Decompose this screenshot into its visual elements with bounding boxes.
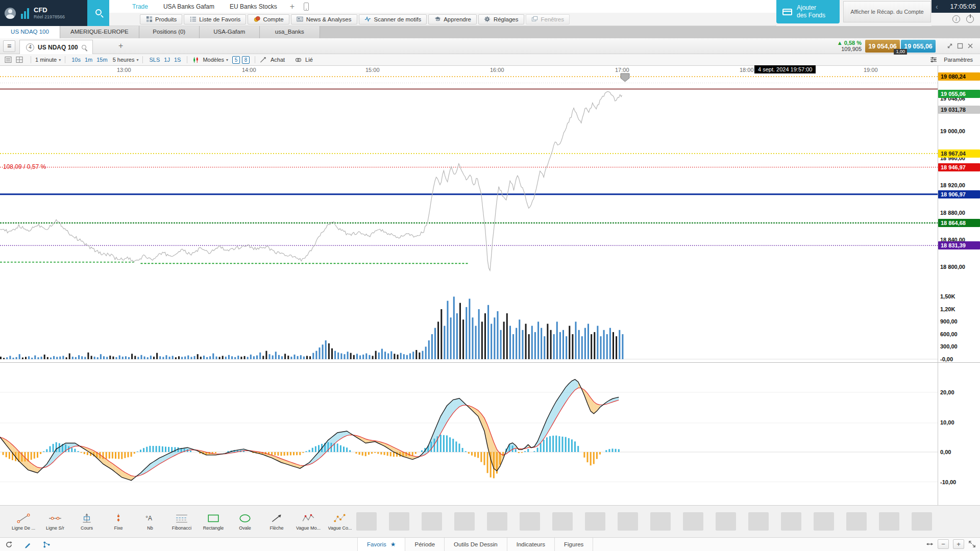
price-level-tag[interactable]: 18 864,68	[938, 219, 980, 227]
search-button[interactable]	[87, 0, 109, 26]
windows-icon	[531, 16, 538, 23]
bottom-tab-favoris[interactable]: Favoris★	[357, 538, 405, 551]
price-level-tag[interactable]: 18 967,04	[938, 149, 980, 158]
volume-bar	[337, 353, 339, 359]
tf-1j[interactable]: 1J	[164, 57, 170, 63]
branch-icon[interactable]	[43, 541, 51, 548]
maximize-icon[interactable]	[957, 43, 964, 49]
chart-symbol-tab[interactable]: 4 US NDAQ 100	[19, 40, 93, 54]
top-tab-trade[interactable]: Trade	[125, 3, 156, 10]
tool-fl-che[interactable]: Flèche	[264, 513, 289, 531]
info-icon[interactable]: i	[952, 15, 960, 23]
tool-vague-co[interactable]: Vague Co...	[328, 513, 352, 531]
page-tab-usa-gafam[interactable]: USA-Gafam	[200, 26, 260, 38]
tool-fixe[interactable]: Fixe	[106, 513, 131, 531]
volume-bar	[13, 358, 14, 359]
pencil-icon[interactable]	[24, 541, 32, 548]
power-icon[interactable]	[966, 15, 974, 23]
volume-bar	[325, 340, 327, 359]
volume-bar	[469, 299, 470, 360]
models-dropdown[interactable]: Modèles▾	[203, 57, 228, 63]
tool-ligne-s-r[interactable]: Ligne S/r	[43, 513, 67, 531]
layout-grid-icon[interactable]	[15, 56, 23, 64]
mobile-device-icon[interactable]	[304, 3, 309, 11]
histogram-bar	[271, 452, 273, 455]
page-tab-positions-0[interactable]: Positions (0)	[139, 26, 200, 38]
collapse-chevron-icon[interactable]: ‹	[936, 3, 938, 11]
zoom-in-button[interactable]: +	[953, 539, 964, 549]
top-tab-eu-banks-stocks[interactable]: EU Banks Stocks	[222, 3, 285, 10]
linked-toggle[interactable]: Lié	[305, 57, 313, 63]
position-marker-icon[interactable]	[621, 73, 629, 82]
fullscreen-icon[interactable]	[968, 540, 976, 548]
tool-vague-mo[interactable]: Vague Mo...	[296, 513, 321, 531]
duration-dropdown[interactable]: 5 heures▾	[113, 57, 139, 63]
chart-settings-button[interactable]: Paramètres	[929, 56, 973, 64]
menu-scanner-de-motifs[interactable]: Scanner de motifs	[359, 14, 427, 24]
volume-bar	[38, 357, 39, 359]
tool-fibonacci[interactable]: Fibonacci	[169, 513, 194, 531]
tf-sls[interactable]: SLS	[149, 57, 160, 63]
bottom-tab-p-riode[interactable]: Période	[405, 538, 444, 551]
volume-bar	[294, 355, 296, 359]
reset-icon[interactable]	[5, 541, 13, 548]
price-level-tag[interactable]: 18 906,97	[938, 190, 980, 198]
model-count-badge[interactable]: 8	[242, 56, 250, 64]
rectangle-icon	[207, 513, 220, 524]
close-icon[interactable]	[967, 43, 974, 49]
volume-bar	[475, 326, 477, 359]
tf-10s[interactable]: 10s	[71, 57, 81, 63]
main-chart[interactable]	[0, 66, 938, 505]
account-recap-button[interactable]: Afficher le Récap. du Compte	[843, 1, 931, 22]
tool-cours[interactable]: Cours	[75, 513, 99, 531]
chart-menu-button[interactable]: ≡	[3, 40, 15, 52]
bottom-tab-indicateurs[interactable]: Indicateurs	[507, 538, 554, 551]
volume-bar	[191, 357, 192, 360]
symbol-search-icon[interactable]	[82, 45, 86, 49]
price-axis[interactable]: 19 080,2419 055,0619 048,0619 031,7819 0…	[938, 66, 980, 505]
volume-bar	[309, 356, 311, 359]
volume-bar	[56, 357, 58, 360]
bottom-tab-outils-de-dessin[interactable]: Outils De Dessin	[444, 538, 507, 551]
page-tab-us-ndaq-100[interactable]: US NDAQ 100	[0, 26, 60, 38]
volume-bar	[362, 355, 364, 359]
page-tab-amerique-europe[interactable]: AMERIQUE-EUROPE	[60, 26, 139, 38]
price-level-tag[interactable]: 19 055,06	[938, 90, 980, 98]
zoom-out-button[interactable]: −	[938, 539, 949, 549]
pan-icon[interactable]	[926, 540, 934, 548]
add-funds-button[interactable]: Ajouterdes Fonds	[776, 0, 840, 23]
price-level-tag[interactable]: 18 831,39	[938, 241, 980, 249]
menu-apprendre[interactable]: Apprendre	[428, 14, 477, 24]
tf-1s[interactable]: 1S	[174, 57, 181, 63]
tool-ligne-de[interactable]: Ligne De ...	[11, 513, 36, 531]
menu-r-glages[interactable]: Réglages	[478, 14, 524, 24]
list-view-icon[interactable]	[4, 56, 12, 64]
tool-ovale[interactable]: Ovale	[233, 513, 257, 531]
menu-compte[interactable]: Compte	[248, 14, 289, 24]
menu-produits[interactable]: Produits	[140, 14, 182, 24]
add-workspace-tab-button[interactable]: +	[285, 2, 300, 11]
volume-bar	[331, 348, 333, 359]
volume-bar	[125, 356, 127, 359]
buy-order-tool[interactable]: Achat	[271, 57, 285, 63]
user-avatar-icon[interactable]	[5, 8, 16, 19]
timeframe-dropdown[interactable]: 1 minute▾	[35, 57, 61, 63]
tool-rectangle[interactable]: Rectangle	[201, 513, 226, 531]
price-level-tag[interactable]: 19 080,24	[938, 72, 980, 81]
model-count-badge[interactable]: 5	[232, 56, 240, 64]
price-level-tag[interactable]: 18 946,97	[938, 163, 980, 171]
volume-tick-label: 600,00	[940, 331, 958, 338]
tool-nb[interactable]: °ANb	[138, 513, 162, 531]
expand-icon[interactable]	[947, 43, 953, 49]
top-tab-usa-banks-gafam[interactable]: USA Banks Gafam	[156, 3, 222, 10]
page-tab-usa-banks[interactable]: usa_Banks	[260, 26, 320, 38]
candlestick-models-icon	[191, 56, 200, 64]
tf-1m[interactable]: 1m	[85, 57, 92, 63]
bottom-tab-figures[interactable]: Figures	[554, 538, 593, 551]
menu-news-analyses[interactable]: News & Analyses	[291, 14, 357, 24]
histogram-bar	[71, 448, 72, 452]
tf-15m[interactable]: 15m	[96, 57, 107, 63]
price-tick-label: 18 920,00	[940, 181, 965, 189]
add-chart-tab-button[interactable]: +	[118, 41, 123, 51]
menu-liste-de-favoris[interactable]: Liste de Favoris	[184, 14, 246, 24]
